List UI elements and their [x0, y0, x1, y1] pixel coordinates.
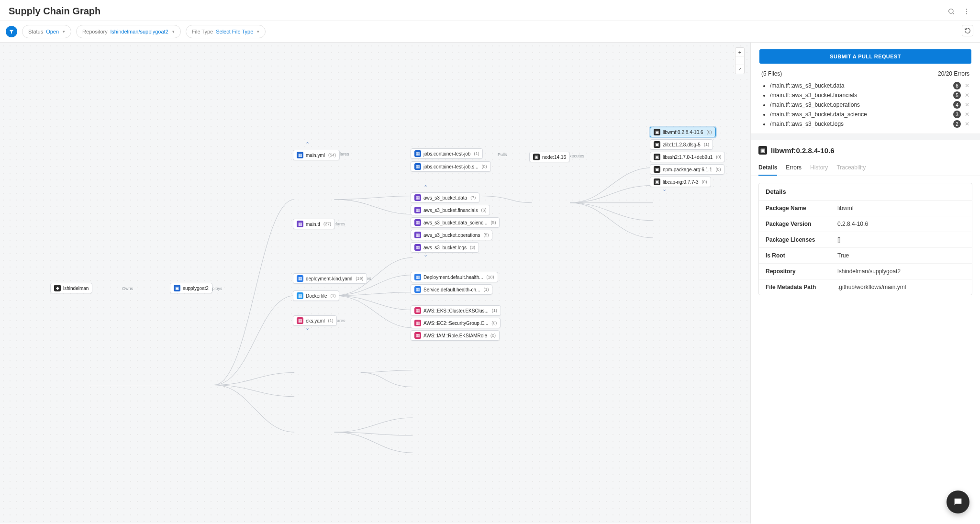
file-path: /main.tf::aws_s3_bucket.data_science [770, 111, 867, 118]
graph-node-job[interactable]: ▦ jobs.container-test-job.s... (0) [411, 161, 491, 172]
zoom-in-button[interactable]: + [735, 48, 744, 56]
resource-icon: ▦ [414, 307, 421, 314]
graph-node-image[interactable]: ▣ node:14.16 [529, 152, 570, 162]
expand-toggle[interactable]: ⌄ [662, 186, 667, 192]
zoom-fit-button[interactable]: ⤢ [735, 65, 744, 74]
resource-icon: ▦ [414, 232, 421, 238]
file-list-item[interactable]: /main.tf::aws_s3_bucket.logs 2 ✕ [770, 119, 969, 129]
expand-toggle[interactable]: ⌄ [423, 252, 428, 258]
node-count: (1) [492, 308, 497, 313]
file-list-item[interactable]: /main.tf::aws_s3_bucket.data 6 ✕ [770, 81, 969, 90]
graph-node-tf[interactable]: ▦ aws_s3_bucket.financials (6) [411, 205, 490, 215]
file-list-item[interactable]: /main.tf::aws_s3_bucket.financials 5 ✕ [770, 90, 969, 100]
filter-toggle-icon[interactable] [6, 26, 17, 37]
detail-key: Package Version [766, 221, 837, 227]
tab-history: History [810, 161, 828, 176]
tab-errors[interactable]: Errors [786, 161, 802, 176]
file-icon: ▦ [297, 292, 303, 299]
graph-node-k8s[interactable]: ▦ Service.default.health-ch... (1) [411, 284, 492, 295]
node-count: (27) [323, 222, 331, 226]
graph-node-mainyml[interactable]: ▦ main.yml (54) [293, 150, 340, 160]
close-icon[interactable]: ✕ [965, 101, 969, 108]
detail-row: Package Name libwmf [759, 201, 972, 216]
graph-node-cfn[interactable]: ▦ AWS::EKS::Cluster.EKSClus... (1) [411, 305, 501, 316]
graph-node-job[interactable]: ▦ jobs.container-test-job (1) [411, 148, 483, 159]
zoom-out-button[interactable]: − [735, 56, 744, 65]
node-count: (7) [470, 195, 476, 200]
collapse-toggle[interactable]: ⌃ [305, 141, 310, 147]
file-path: /main.tf::aws_s3_bucket.logs [770, 121, 844, 127]
close-icon[interactable]: ✕ [965, 82, 969, 89]
tab-details[interactable]: Details [758, 161, 777, 176]
graph-node-tf[interactable]: ▦ aws_s3_bucket.data_scienc... (5) [411, 217, 500, 228]
submit-pull-request-button[interactable]: SUBMIT A PULL REQUEST [759, 49, 971, 64]
graph-node-package-selected[interactable]: ▣ libwmf:0.2.8.4-10.6 (0) [650, 127, 716, 137]
graph-node-package[interactable]: ▣ zlib:1:1.2.8.dfsg-5 (1) [650, 139, 713, 150]
graph-node-depkind[interactable]: ▦ deployment-kind.yaml (19) [293, 273, 367, 284]
detail-key: Repository [766, 268, 837, 275]
chevron-down-icon: ▾ [172, 29, 175, 34]
node-label: jobs.container-test-job [423, 151, 470, 156]
resource-icon: ▦ [414, 150, 421, 157]
kebab-menu-icon[interactable] [962, 7, 971, 16]
detail-value: [] [837, 236, 965, 243]
node-label: aws_s3_bucket.logs [423, 245, 467, 250]
detail-row: Repository lshindelman/supplygoat2 [759, 264, 972, 279]
resource-icon: ▦ [414, 207, 421, 213]
node-label: libssh2:1.7.0-1+deb9u1 [663, 155, 713, 160]
status-value: Open [46, 29, 59, 34]
graph-node-tf[interactable]: ▦ aws_s3_bucket.data (7) [411, 192, 479, 203]
file-list-item[interactable]: /main.tf::aws_s3_bucket.operations 4 ✕ [770, 100, 969, 110]
graph-node-repo[interactable]: ▣ supplygoat2 [170, 283, 212, 293]
repo-value: lshindelman/supplygoat2 [111, 29, 168, 34]
graph-node-k8s[interactable]: ▦ Deployment.default.health... (18) [411, 272, 498, 282]
package-icon: ▣ [654, 166, 660, 173]
detail-key: Package Licenses [766, 236, 837, 243]
graph-node-eksyaml[interactable]: ▦ eks.yaml (1) [293, 315, 337, 326]
collapse-toggle[interactable]: ⌃ [423, 184, 428, 190]
graph-node-cfn[interactable]: ▦ AWS::EC2::SecurityGroup.C... (0) [411, 318, 501, 328]
svg-line-1 [953, 13, 954, 14]
expand-toggle[interactable]: ⌄ [305, 325, 310, 331]
graph-node-cfn[interactable]: ▦ AWS::IAM::Role.EKSIAMRole (0) [411, 330, 500, 341]
node-label: aws_s3_bucket.data_scienc... [423, 220, 487, 225]
graph-node-dockerfile[interactable]: ▦ Dockerfile (1) [293, 290, 339, 301]
file-path: /main.tf::aws_s3_bucket.financials [770, 92, 857, 99]
help-chat-fab[interactable] [947, 491, 969, 513]
graph-node-package[interactable]: ▣ libcap-ng:0.7.7-3 (0) [650, 177, 711, 187]
graph-node-package[interactable]: ▣ libssh2:1.7.0-1+deb9u1 (0) [650, 152, 725, 162]
detail-row: Package Licenses [] [759, 232, 972, 248]
close-icon[interactable]: ✕ [965, 121, 969, 127]
close-icon[interactable]: ✕ [965, 111, 969, 118]
reset-button[interactable] [962, 25, 973, 36]
error-count-chip: 5 [953, 91, 961, 99]
details-panel: SUBMIT A PULL REQUEST (5 Files) 20/20 Er… [750, 43, 980, 524]
file-path: /main.tf::aws_s3_bucket.operations [770, 101, 860, 108]
resource-icon: ▦ [414, 194, 421, 201]
graph-node-owner[interactable]: ◆ lshindelman [50, 283, 92, 293]
package-icon: ▣ [654, 141, 660, 148]
graph-node-maintf[interactable]: ▦ main.tf (27) [293, 219, 335, 229]
graph-canvas[interactable]: + − ⤢ [0, 43, 750, 524]
graph-node-tf[interactable]: ▦ aws_s3_bucket.operations (5) [411, 230, 492, 240]
repository-filter[interactable]: Repository lshindelman/supplygoat2 ▾ [76, 25, 181, 38]
node-count: (19) [356, 276, 363, 281]
page-title: Supply Chain Graph [9, 6, 100, 17]
package-icon: ▣ [654, 129, 660, 135]
status-filter[interactable]: Status Open ▾ [22, 25, 71, 38]
node-count: (1) [474, 151, 479, 156]
node-count: (6) [481, 208, 486, 212]
search-icon[interactable] [947, 7, 956, 16]
chevron-down-icon: ▾ [63, 29, 65, 34]
file-list-item[interactable]: /main.tf::aws_s3_bucket.data_science 3 ✕ [770, 110, 969, 119]
node-label: eks.yaml [306, 318, 324, 323]
file-icon: ▦ [297, 152, 303, 158]
resource-icon: ▦ [414, 320, 421, 326]
filetype-filter[interactable]: File Type Select File Type ▾ [186, 25, 266, 38]
node-label: AWS::EC2::SecurityGroup.C... [423, 321, 488, 326]
graph-node-tf[interactable]: ▦ aws_s3_bucket.logs (3) [411, 242, 479, 253]
node-count: (0) [707, 130, 712, 134]
node-label: deployment-kind.yaml [306, 276, 352, 281]
close-icon[interactable]: ✕ [965, 92, 969, 99]
graph-node-package[interactable]: ▣ npm-package-arg:6.1.1 (0) [650, 164, 724, 175]
